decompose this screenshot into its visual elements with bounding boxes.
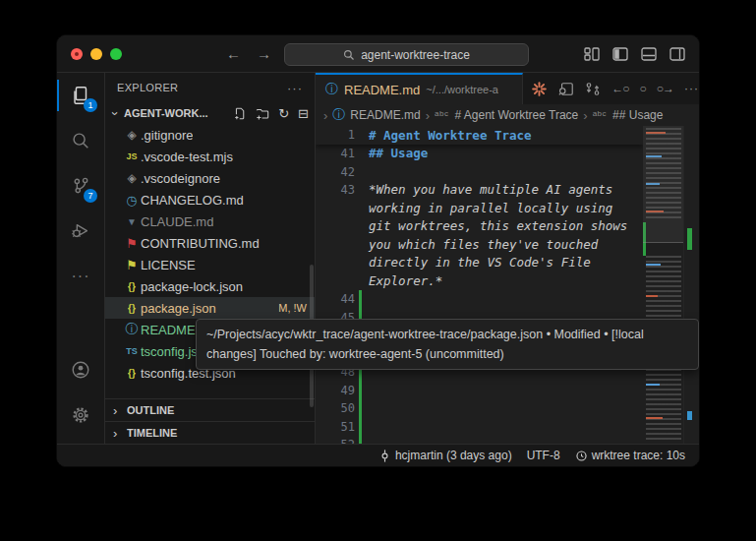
new-file-icon[interactable] [234,107,247,120]
activity-accounts[interactable] [57,347,104,392]
json-file-icon: {} [123,281,141,292]
file-name: CONTRIBUTING.md [141,236,260,251]
line-number: 49 [316,382,355,400]
file-row[interactable]: ◈ .gitignore [105,124,315,146]
sidebar-more-actions-icon[interactable]: ··· [287,81,303,95]
chevron-right-icon: › [583,108,587,123]
collapse-folders-icon[interactable]: ⊟ [298,106,309,121]
more-editor-actions-icon[interactable]: ··· [684,82,699,95]
claude-icon[interactable] [531,81,548,97]
refresh-explorer-icon[interactable]: ↻ [278,106,289,121]
explorer-badge: 1 [84,98,97,112]
tooltip-text: ~/Projects/acyc/wktr_trace/agent-worktre… [206,328,644,361]
activity-bar: 1 7 [57,73,105,444]
symbol-string-icon: abc [435,109,448,118]
gutter [355,181,369,290]
editor-group: ⓘ README.md ~/.../worktree-a [316,73,699,444]
file-row[interactable]: {} package.json M, !W [105,297,315,319]
file-row[interactable]: ◈ .vscodeignore [105,167,315,189]
file-row[interactable]: ⚑ CONTRIBUTING.md [105,232,315,254]
open-preview-icon[interactable] [558,82,574,96]
more-views-icon: ··· [72,268,90,285]
git-commit-icon [378,450,391,462]
zoom-window-button[interactable] [110,48,122,60]
code-line[interactable]: 42 [316,163,643,182]
gear-icon [70,404,91,426]
tab-readme[interactable]: ⓘ README.md ~/.../worktree-a [316,73,523,104]
open-previous-change-icon[interactable]: ←○ [611,82,628,95]
activity-more-views[interactable]: ··· [57,254,104,299]
code-line[interactable]: 44 [316,290,643,309]
overview-ruler[interactable] [683,126,699,444]
minimap-slider[interactable] [643,126,684,243]
timeline-pane-header[interactable]: › TIMELINE [105,421,315,444]
tab-label: README.md [344,83,420,97]
file-row[interactable]: ⚑ LICENSE [105,254,315,275]
activity-settings[interactable] [57,392,104,438]
code-text: ## Usage [369,145,643,163]
ignore-file-icon: ◈ [123,171,141,185]
chevron-right-icon: › [426,108,430,123]
chevron-down-icon: › [108,107,123,119]
run-and-debug-icon [70,220,91,242]
file-name: CHANGELOG.md [141,193,244,208]
file-name: package.json [141,301,216,316]
code-line[interactable]: 51 [316,418,643,437]
account-icon [70,359,91,381]
code-editor[interactable]: 1 # Agent Worktree Trace 41## Usage42 43… [316,126,699,444]
command-center-search[interactable]: agent-worktree-trace [284,43,529,66]
activity-source-control[interactable]: 7 [57,163,104,209]
breadcrumb-h1[interactable]: # Agent Worktree Trace [454,108,578,122]
back-icon[interactable]: ← [226,45,241,62]
file-row[interactable]: {} package-lock.json [105,275,315,297]
toggle-primary-sidebar-icon[interactable] [612,47,628,61]
compare-changes-icon[interactable] [585,82,601,96]
open-next-change-icon[interactable]: ○→ [657,82,673,95]
code-line[interactable]: 49 [316,382,643,400]
file-row[interactable]: ▼ CLAUDE.md [105,210,315,232]
minimap[interactable] [643,126,684,444]
new-folder-icon[interactable] [256,107,269,120]
sidebar-title: EXPLORER [117,82,178,93]
breadcrumb-h2[interactable]: ## Usage [612,108,663,122]
forward-icon[interactable]: → [257,45,271,62]
explorer-sidebar: EXPLORER ··· › AGENT-WORK... [105,73,316,444]
blame-label: hcjmartin (3 days ago) [395,449,512,462]
file-row[interactable]: ◷ CHANGELOG.md [105,189,315,210]
code-line[interactable]: 52 [316,436,643,444]
code-line[interactable]: 41## Usage [316,145,643,163]
breadcrumb-file[interactable]: README.md [350,108,420,122]
activity-search[interactable] [57,118,104,163]
toggle-panel-icon[interactable] [641,47,657,61]
close-window-button[interactable] [71,48,83,60]
file-name: package-lock.json [141,279,243,294]
sticky-scroll-line[interactable]: 1 # Agent Worktree Trace [316,126,643,145]
customize-layout-icon[interactable] [584,47,600,61]
toggle-secondary-sidebar-icon[interactable] [669,47,685,61]
workspace-section-header[interactable]: › AGENT-WORK... ↻ ⊟ [105,102,315,124]
ts-file-icon: TS [123,346,141,356]
ignore-file-icon: ◈ [123,128,141,142]
file-row[interactable]: JS .vscode-test.mjs [105,146,315,167]
git-blame-item[interactable]: hcjmartin (3 days ago) [378,449,512,462]
search-icon [70,130,91,151]
code-text [369,436,643,444]
timeline-label: TIMELINE [127,427,177,439]
line-number: 41 [316,145,355,163]
editor-actions: ←○ ○ ○→ ··· [531,73,699,104]
vscode-window: ← → agent-worktree-trace [56,34,700,467]
worktree-trace-item[interactable]: wrktree trace: 10s [575,449,685,462]
minimize-window-button[interactable] [90,48,102,60]
encoding-item[interactable]: UTF-8 [527,449,560,462]
file-name: .vscodeignore [141,171,220,186]
line-number: 44 [316,290,355,309]
gutter [355,163,369,182]
activity-explorer[interactable]: 1 [57,73,104,118]
code-line[interactable]: 50 [316,399,643,418]
outline-pane-header[interactable]: › OUTLINE [105,398,315,421]
activity-run-debug[interactable] [57,209,104,254]
info-file-icon: ⓘ [123,321,141,338]
change-circle-icon[interactable]: ○ [640,82,646,95]
code-line[interactable]: 43*When you have multiple AI agents work… [316,181,643,290]
search-icon [343,49,355,61]
